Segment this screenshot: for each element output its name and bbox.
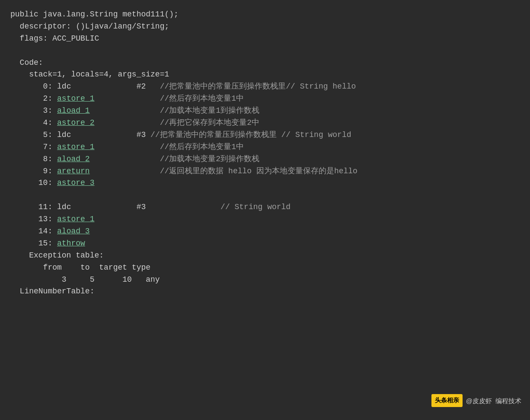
code-line-2: descriptor: ()Ljava/lang/String; bbox=[10, 21, 520, 33]
code-line-17: 11: ldc #3 // String world bbox=[10, 201, 520, 213]
code-line-19: 14: aload_3 bbox=[10, 226, 520, 238]
code-line-12: 7: astore_1 //然后存到本地变量1中 bbox=[10, 141, 520, 153]
watermark-platform: 头条相亲 bbox=[431, 394, 463, 407]
code-line-8: 2: astore_1 //然后存到本地变量1中 bbox=[10, 93, 520, 105]
watermark: 头条相亲 @皮皮虾 编程技术 bbox=[431, 394, 521, 407]
code-line-11: 5: ldc #3 //把常量池中的常量压到操作数栈里 // String wo… bbox=[10, 129, 520, 141]
code-line-16 bbox=[10, 189, 520, 201]
code-line-7: 0: ldc #2 //把常量池中的常量压到操作数栈里// String hel… bbox=[10, 81, 520, 93]
code-line-5: Code: bbox=[10, 57, 520, 69]
code-line-18: 13: astore_1 bbox=[10, 213, 520, 226]
code-line-10: 4: astore_2 //再把它保存到本地变量2中 bbox=[10, 117, 520, 129]
watermark-label: 编程技术 bbox=[495, 396, 521, 406]
code-display: public java.lang.String method111(); des… bbox=[0, 0, 530, 420]
code-line-3: flags: ACC_PUBLIC bbox=[10, 33, 520, 45]
code-line-15: 10: astore_3 bbox=[10, 177, 520, 189]
code-line-21: Exception table: bbox=[10, 250, 520, 262]
code-line-14: 9: areturn //返回栈里的数据 hello 因为本地变量保存的是hel… bbox=[10, 165, 520, 178]
code-line-1: public java.lang.String method111(); bbox=[10, 9, 520, 21]
code-line-9: 3: aload_1 //加载本地变量1到操作数栈 bbox=[10, 105, 520, 117]
code-line-23: 3 5 10 any bbox=[10, 274, 520, 286]
code-line-20: 15: athrow bbox=[10, 238, 520, 250]
watermark-account: @皮皮虾 bbox=[466, 396, 492, 406]
code-line-24: LineNumberTable: bbox=[10, 286, 520, 298]
code-line-13: 8: aload_2 //加载本地变量2到操作数栈 bbox=[10, 153, 520, 165]
code-line-6: stack=1, locals=4, args_size=1 bbox=[10, 69, 520, 81]
code-line-4 bbox=[10, 45, 520, 57]
code-line-22: from to target type bbox=[10, 262, 520, 274]
